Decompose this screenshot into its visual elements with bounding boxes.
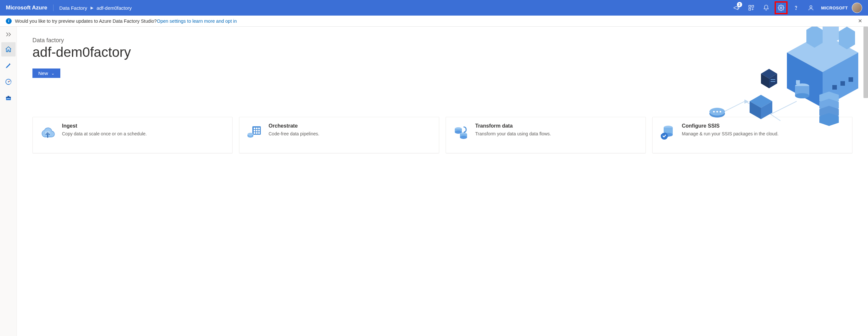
svg-rect-10 bbox=[6, 97, 11, 98]
svg-marker-34 bbox=[761, 74, 769, 88]
pipeline-icon bbox=[245, 123, 264, 141]
avatar[interactable] bbox=[852, 3, 862, 13]
svg-point-25 bbox=[709, 110, 725, 117]
svg-point-26 bbox=[709, 108, 725, 116]
notifications-button[interactable] bbox=[760, 1, 773, 14]
left-nav bbox=[0, 27, 17, 336]
card-desc: Code-free data pipelines. bbox=[269, 131, 319, 137]
svg-rect-36 bbox=[771, 79, 775, 80]
card-title: Configure SSIS bbox=[682, 123, 778, 129]
card-desc: Transform your data using data flows. bbox=[475, 131, 551, 137]
card-transform[interactable]: Transform data Transform your data using… bbox=[446, 117, 646, 153]
ssis-icon bbox=[658, 123, 677, 141]
breadcrumb: Data Factory ▶ adf-dem0factory bbox=[54, 5, 132, 11]
svg-marker-31 bbox=[750, 101, 761, 119]
svg-point-8 bbox=[8, 81, 9, 82]
breadcrumb-separator: ▶ bbox=[91, 5, 93, 10]
svg-marker-14 bbox=[787, 53, 823, 108]
svg-point-38 bbox=[795, 83, 809, 89]
preview-info-banner: i Would you like to try preview updates … bbox=[0, 16, 868, 27]
svg-marker-41 bbox=[819, 91, 839, 105]
svg-rect-39 bbox=[795, 86, 809, 96]
svg-rect-17 bbox=[804, 84, 808, 88]
banner-link[interactable]: Open settings to learn more and opt in bbox=[157, 19, 237, 24]
main-content: Data factory adf-dem0factory New ⌄ Inges… bbox=[17, 27, 868, 336]
svg-rect-51 bbox=[256, 128, 257, 129]
brand-label[interactable]: Microsoft Azure bbox=[6, 4, 54, 11]
svg-point-40 bbox=[795, 93, 809, 99]
expand-nav-button[interactable] bbox=[1, 29, 16, 40]
svg-marker-30 bbox=[750, 95, 772, 108]
nav-monitor[interactable] bbox=[1, 75, 16, 89]
nav-home[interactable] bbox=[1, 42, 16, 56]
svg-point-3 bbox=[780, 7, 782, 9]
svg-rect-18 bbox=[832, 85, 837, 90]
svg-marker-33 bbox=[761, 69, 777, 79]
notification-badge: 2 bbox=[737, 2, 742, 7]
svg-rect-11 bbox=[7, 96, 9, 97]
svg-marker-42 bbox=[819, 99, 839, 112]
card-ingest[interactable]: Ingest Copy data at scale once or on a s… bbox=[32, 117, 232, 153]
svg-rect-52 bbox=[258, 128, 260, 129]
svg-point-67 bbox=[460, 136, 467, 139]
cloud-upload-icon bbox=[39, 123, 57, 141]
svg-rect-16 bbox=[796, 80, 800, 84]
svg-rect-50 bbox=[254, 128, 255, 129]
svg-point-4 bbox=[796, 9, 796, 9]
svg-rect-54 bbox=[256, 130, 257, 132]
svg-point-29 bbox=[720, 111, 721, 113]
card-desc: Manage & run your SSIS packages in the c… bbox=[682, 131, 778, 137]
info-icon: i bbox=[6, 18, 12, 24]
svg-rect-55 bbox=[258, 130, 260, 132]
quickstart-cards: Ingest Copy data at scale once or on a s… bbox=[32, 117, 852, 153]
svg-point-61 bbox=[247, 133, 253, 136]
scrollbar[interactable] bbox=[864, 27, 868, 98]
svg-point-28 bbox=[716, 111, 718, 113]
main-layout: Data factory adf-dem0factory New ⌄ Inges… bbox=[0, 27, 868, 336]
svg-rect-58 bbox=[258, 132, 260, 134]
top-bar: Microsoft Azure Data Factory ▶ adf-dem0f… bbox=[0, 0, 868, 16]
svg-rect-57 bbox=[256, 132, 257, 134]
card-desc: Copy data at scale once or on a schedule… bbox=[62, 131, 147, 137]
dataflow-icon bbox=[452, 123, 470, 141]
top-right-controls: 2 MICROSOFT bbox=[730, 1, 863, 14]
page-subtitle: Data factory bbox=[32, 37, 852, 44]
breadcrumb-item[interactable]: adf-dem0factory bbox=[97, 5, 132, 11]
page-title: adf-dem0factory bbox=[32, 45, 852, 60]
help-button[interactable] bbox=[789, 1, 803, 14]
card-orchestrate[interactable]: Orchestrate Code-free data pipelines. bbox=[239, 117, 439, 153]
announcements-button[interactable]: 2 bbox=[730, 1, 743, 14]
nav-manage[interactable] bbox=[1, 91, 16, 105]
chevron-down-icon: ⌄ bbox=[51, 71, 55, 76]
banner-close-button[interactable]: ✕ bbox=[858, 18, 862, 24]
card-ssis[interactable]: Configure SSIS Manage & run your SSIS pa… bbox=[652, 117, 852, 153]
svg-point-27 bbox=[713, 111, 715, 113]
svg-marker-35 bbox=[769, 74, 777, 88]
svg-rect-19 bbox=[840, 81, 845, 86]
svg-rect-2 bbox=[749, 8, 751, 10]
dashboard-switch-button[interactable] bbox=[745, 1, 758, 14]
svg-rect-56 bbox=[254, 132, 255, 134]
svg-marker-32 bbox=[761, 101, 772, 119]
card-title: Transform data bbox=[475, 123, 551, 129]
svg-marker-15 bbox=[823, 53, 858, 108]
svg-rect-37 bbox=[771, 81, 775, 82]
svg-point-5 bbox=[810, 5, 812, 8]
svg-rect-53 bbox=[254, 130, 255, 132]
svg-rect-0 bbox=[749, 5, 751, 7]
svg-rect-12 bbox=[7, 99, 10, 99]
feedback-button[interactable] bbox=[804, 1, 817, 14]
breadcrumb-item[interactable]: Data Factory bbox=[59, 5, 87, 11]
card-title: Ingest bbox=[62, 123, 147, 129]
banner-text: Would you like to try preview updates to… bbox=[15, 19, 157, 24]
svg-marker-24 bbox=[745, 100, 748, 103]
svg-rect-20 bbox=[848, 77, 853, 82]
settings-button[interactable] bbox=[775, 1, 787, 14]
card-title: Orchestrate bbox=[269, 123, 319, 129]
svg-rect-1 bbox=[751, 5, 753, 7]
new-button-label: New bbox=[38, 71, 48, 76]
new-button[interactable]: New ⌄ bbox=[32, 68, 60, 78]
account-label[interactable]: MICROSOFT bbox=[821, 5, 848, 10]
nav-author[interactable] bbox=[1, 58, 16, 73]
